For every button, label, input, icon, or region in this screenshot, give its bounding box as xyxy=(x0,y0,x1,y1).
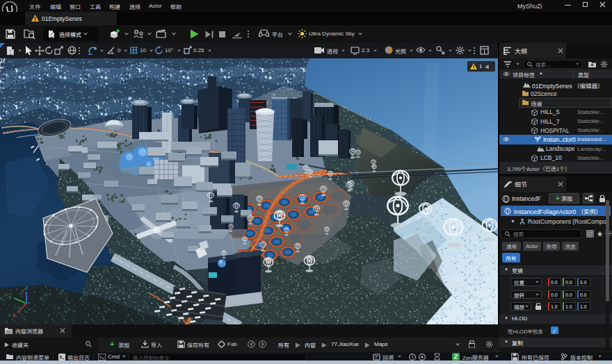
svg-text:Z: Z xyxy=(25,286,29,290)
svg-text:X: X xyxy=(13,313,16,318)
svg-text:Y: Y xyxy=(8,295,12,300)
